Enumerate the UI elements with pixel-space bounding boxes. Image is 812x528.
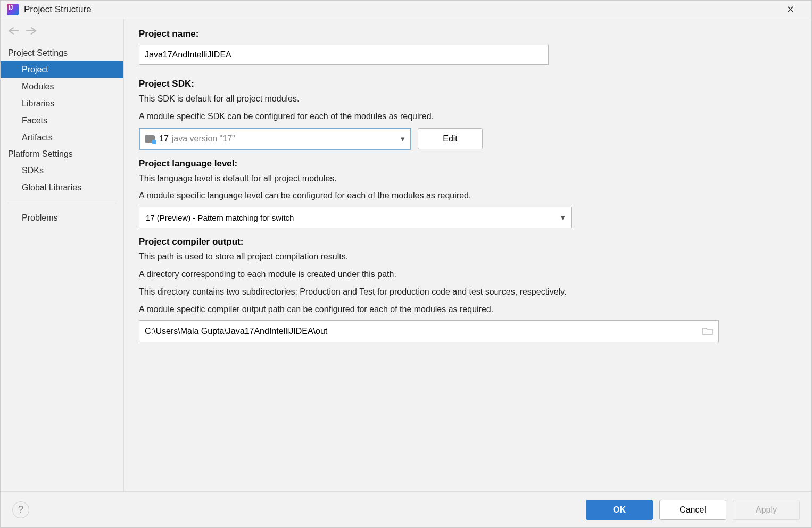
sdk-select[interactable]: 17 java version "17" ▾ (139, 128, 411, 150)
sidebar-section-project-settings: Project Settings (1, 45, 123, 61)
help-button[interactable]: ? (12, 501, 29, 518)
sidebar-item-project[interactable]: Project (1, 61, 123, 78)
sidebar-section-platform-settings: Platform Settings (1, 146, 123, 162)
browse-folder-icon[interactable] (702, 326, 713, 337)
language-level-label: Project language level: (139, 158, 792, 169)
out-desc4: A module specific compiler output path c… (139, 303, 792, 316)
sdk-main-label: 17 (159, 134, 169, 144)
edit-button[interactable]: Edit (418, 128, 483, 149)
compiler-output-label: Project compiler output: (139, 237, 792, 247)
cancel-button[interactable]: Cancel (659, 500, 726, 520)
sidebar-item-sdks[interactable]: SDKs (1, 162, 123, 179)
content: Project name: Project SDK: This SDK is d… (124, 19, 811, 491)
window-title: Project Structure (24, 4, 786, 15)
main-area: Project Settings Project Modules Librari… (1, 19, 811, 491)
chevron-down-icon: ▾ (561, 213, 565, 222)
sidebar-item-facets[interactable]: Facets (1, 112, 123, 129)
out-desc1: This path is used to store all project c… (139, 250, 792, 264)
intellij-icon (7, 4, 19, 15)
close-icon[interactable]: ✕ (786, 4, 794, 15)
out-desc2: A directory corresponding to each module… (139, 268, 792, 281)
lang-desc2: A module specific language level can be … (139, 189, 792, 203)
sdk-version-label: java version "17" (172, 134, 235, 144)
sidebar-divider (8, 203, 116, 203)
chevron-down-icon: ▾ (401, 134, 405, 144)
project-name-label: Project name: (139, 29, 792, 39)
project-name-input[interactable] (139, 45, 549, 65)
apply-button: Apply (733, 500, 800, 520)
sidebar-item-modules[interactable]: Modules (1, 78, 123, 95)
sidebar-item-artifacts[interactable]: Artifacts (1, 129, 123, 146)
lang-desc1: This language level is default for all p… (139, 172, 792, 186)
sidebar: Project Settings Project Modules Librari… (1, 19, 124, 491)
forward-icon[interactable] (26, 27, 37, 37)
compiler-output-row (139, 320, 719, 342)
footer: ? OK Cancel Apply (1, 491, 811, 527)
sidebar-item-problems[interactable]: Problems (1, 209, 123, 227)
folder-sdk-icon (145, 135, 155, 143)
sdk-desc1: This SDK is default for all project modu… (139, 93, 792, 106)
sdk-desc2: A module specific SDK can be configured … (139, 110, 792, 123)
language-level-value: 17 (Preview) - Pattern matching for swit… (146, 213, 294, 222)
project-sdk-label: Project SDK: (139, 79, 792, 89)
ok-button[interactable]: OK (586, 500, 653, 520)
compiler-output-input[interactable] (145, 326, 702, 336)
out-desc3: This directory contains two subdirectori… (139, 286, 792, 299)
sidebar-item-global-libraries[interactable]: Global Libraries (1, 179, 123, 196)
sidebar-item-libraries[interactable]: Libraries (1, 95, 123, 112)
language-level-select[interactable]: 17 (Preview) - Pattern matching for swit… (139, 207, 572, 228)
back-icon[interactable] (8, 27, 19, 37)
titlebar: Project Structure ✕ (1, 1, 811, 19)
